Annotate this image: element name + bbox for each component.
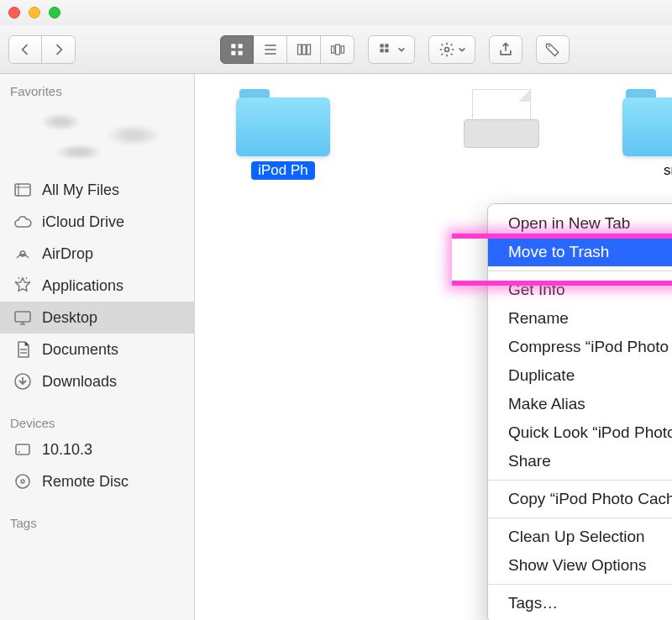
chevron-down-icon <box>458 45 466 54</box>
column-view-button[interactable] <box>287 35 321 64</box>
back-button[interactable] <box>8 35 42 64</box>
svg-rect-0 <box>231 44 235 48</box>
redacted-area <box>7 102 187 169</box>
svg-point-23 <box>21 480 24 483</box>
sidebar-item-label: AirDrop <box>42 245 93 263</box>
svg-point-22 <box>16 475 29 488</box>
svg-rect-20 <box>16 444 29 454</box>
action-button[interactable] <box>428 35 475 64</box>
svg-rect-8 <box>335 45 339 55</box>
svg-rect-6 <box>307 45 310 55</box>
sidebar-item-desktop[interactable]: Desktop <box>0 302 194 334</box>
ctx-copy[interactable]: Copy “iPod Photo Cache” <box>488 485 672 513</box>
ctx-quick-look[interactable]: Quick Look “iPod Photo Cache” <box>488 418 672 447</box>
svg-rect-4 <box>297 45 301 55</box>
ctx-get-info[interactable]: Get Info <box>488 276 672 304</box>
svg-point-15 <box>549 45 550 46</box>
sidebar-item-label: Desktop <box>42 309 97 327</box>
sidebar: Favorites All My Files iCloud Drive AirD… <box>0 74 195 620</box>
svg-rect-18 <box>15 312 30 322</box>
columns-icon <box>296 41 312 58</box>
sidebar-item-documents[interactable]: Documents <box>0 334 194 365</box>
ctx-show-view-options[interactable]: Show View Options <box>488 551 672 580</box>
harddrive-icon <box>12 439 34 460</box>
sidebar-item-applications[interactable]: Applications <box>0 270 194 302</box>
sidebar-item-remote-disc[interactable]: Remote Disc <box>0 465 194 497</box>
sidebar-item-icloud-drive[interactable]: iCloud Drive <box>0 206 194 238</box>
chevron-left-icon <box>17 41 34 58</box>
tags-button[interactable] <box>536 35 570 64</box>
view-mode-segment <box>220 35 354 64</box>
ctx-duplicate[interactable]: Duplicate <box>488 361 672 390</box>
close-window-button[interactable] <box>8 7 20 18</box>
sidebar-item-airdrop[interactable]: AirDrop <box>0 238 194 270</box>
list-icon <box>262 41 279 58</box>
share-button[interactable] <box>489 35 522 64</box>
ctx-rename[interactable]: Rename <box>488 304 672 333</box>
zoom-window-button[interactable] <box>49 7 60 18</box>
ctx-open-in-new-tab[interactable]: Open in New Tab <box>488 209 672 238</box>
svg-rect-13 <box>385 49 388 52</box>
toolbar <box>0 25 672 74</box>
file-label: sr <box>657 161 672 180</box>
documents-icon <box>12 339 34 360</box>
folder-icon <box>622 89 672 156</box>
coverflow-icon <box>329 41 346 58</box>
applications-icon <box>12 275 34 297</box>
file-item-folder-right[interactable]: sr <box>615 89 672 180</box>
sidebar-header-tags: Tags <box>0 509 194 533</box>
file-label: iPod Ph <box>251 161 315 180</box>
ctx-clean-up-selection[interactable]: Clean Up Selection <box>488 523 672 551</box>
sidebar-item-label: Documents <box>42 341 118 359</box>
arrange-icon <box>378 41 395 58</box>
ctx-compress[interactable]: Compress “iPod Photo Cache” <box>488 333 672 361</box>
svg-rect-9 <box>341 45 344 52</box>
sidebar-item-label: Remote Disc <box>42 473 129 491</box>
folder-icon <box>236 89 330 156</box>
icon-view-button[interactable] <box>220 35 254 64</box>
coverflow-view-button[interactable] <box>321 35 354 64</box>
list-view-button[interactable] <box>254 35 287 64</box>
svg-rect-16 <box>15 184 30 196</box>
file-item-printer[interactable] <box>447 89 556 161</box>
chevron-right-icon <box>50 41 67 58</box>
context-menu: Open in New Tab Move to Trash Get Info R… <box>487 203 672 620</box>
menu-separator <box>488 584 672 585</box>
all-my-files-icon <box>12 179 34 201</box>
airdrop-icon <box>12 243 34 265</box>
svg-rect-5 <box>302 45 305 55</box>
svg-rect-7 <box>331 45 333 52</box>
ctx-make-alias[interactable]: Make Alias <box>488 390 672 418</box>
minimize-window-button[interactable] <box>29 7 40 18</box>
forward-button[interactable] <box>42 35 76 64</box>
menu-separator <box>488 271 672 271</box>
menu-separator <box>488 518 672 518</box>
ctx-move-to-trash[interactable]: Move to Trash <box>488 238 672 266</box>
file-item-selected[interactable]: iPod Ph <box>228 89 338 180</box>
sidebar-header-favorites: Favorites <box>0 77 194 102</box>
sidebar-item-label: iCloud Drive <box>42 213 124 231</box>
sidebar-item-label: Downloads <box>42 373 117 391</box>
svg-rect-11 <box>385 44 388 47</box>
share-icon <box>497 41 514 58</box>
ctx-share[interactable]: Share▶ <box>488 447 672 476</box>
sidebar-header-devices: Devices <box>0 409 194 433</box>
arrange-button[interactable] <box>368 35 415 64</box>
sidebar-item-downloads[interactable]: Downloads <box>0 365 194 397</box>
file-browser-content[interactable]: iPod Ph sr Open in New Tab Move to Trash… <box>195 74 672 620</box>
ctx-tags[interactable]: Tags… <box>488 589 672 617</box>
remote-disc-icon <box>12 470 34 492</box>
sidebar-item-all-my-files[interactable]: All My Files <box>0 174 194 206</box>
chevron-down-icon <box>397 45 406 54</box>
svg-rect-2 <box>231 50 235 55</box>
nav-segment <box>8 35 76 64</box>
sidebar-item-disk[interactable]: 10.10.3 <box>0 433 194 465</box>
desktop-icon <box>12 307 34 328</box>
grid-icon <box>228 41 245 58</box>
svg-point-21 <box>18 451 20 453</box>
svg-rect-10 <box>380 44 383 47</box>
gear-icon <box>438 41 455 58</box>
downloads-icon <box>12 370 34 392</box>
svg-point-14 <box>444 47 449 51</box>
svg-rect-3 <box>239 50 243 55</box>
